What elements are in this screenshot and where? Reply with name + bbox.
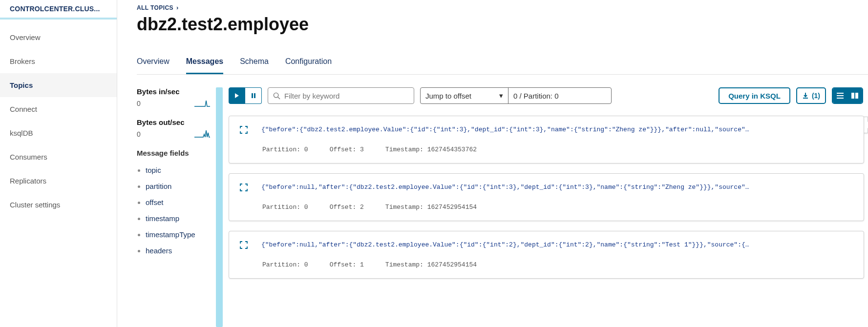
cluster-title[interactable]: CONTROLCENTER.CLUS...: [0, 0, 117, 18]
tabs: Overview Messages Schema Configuration: [137, 57, 868, 75]
svg-rect-7: [851, 93, 854, 99]
download-icon: [802, 92, 809, 99]
filter-input-wrap[interactable]: [268, 87, 414, 104]
message-json: {"before":{"dbz2.test2.employee.Value":{…: [261, 126, 853, 133]
bytes-in-sparkline-icon: [194, 98, 210, 107]
message-json: {"before":null,"after":{"dbz2.test2.empl…: [261, 241, 853, 248]
message-partition: Partition: 0: [262, 261, 308, 268]
bytes-in-stat: Bytes in/sec 0: [137, 87, 210, 107]
main-content: ALL TOPICS › dbz2.test2.employee Overvie…: [117, 0, 868, 327]
message-timestamp: Timestamp: 1627452954154: [385, 204, 477, 211]
breadcrumb[interactable]: ALL TOPICS ›: [137, 4, 868, 11]
bytes-out-label: Bytes out/sec: [137, 118, 210, 126]
messages-list[interactable]: {"before":{"dbz2.test2.employee.Value":{…: [229, 116, 868, 327]
sidebar-item-ksqldb[interactable]: ksqlDB: [0, 121, 117, 145]
message-partition: Partition: 0: [262, 146, 308, 153]
messages-column: Jump to offset ▾ 0 / Partition: 0 Query …: [229, 87, 868, 327]
field-headers[interactable]: headers: [137, 243, 210, 259]
svg-line-3: [278, 97, 280, 99]
message-fields-list: topic partition offset timestamp timesta…: [137, 162, 210, 259]
sidebar-item-consumers[interactable]: Consumers: [0, 145, 117, 169]
tab-messages[interactable]: Messages: [186, 57, 224, 74]
svg-rect-4: [837, 93, 844, 94]
expand-icon[interactable]: [240, 241, 248, 250]
view-toggle: [832, 87, 863, 104]
sidebar-item-brokers[interactable]: Brokers: [0, 49, 117, 73]
svg-point-2: [274, 93, 278, 97]
play-button[interactable]: [229, 87, 245, 104]
search-icon: [273, 92, 280, 100]
expand-icon[interactable]: [240, 184, 248, 193]
tab-schema[interactable]: Schema: [240, 57, 269, 74]
field-timestamp[interactable]: timestamp: [137, 210, 210, 226]
message-partition: Partition: 0: [262, 204, 308, 211]
message-card[interactable]: {"before":{"dbz2.test2.employee.Value":{…: [229, 116, 864, 164]
sidebar-item-topics[interactable]: Topics: [0, 73, 117, 97]
bytes-in-label: Bytes in/sec: [137, 87, 210, 96]
svg-rect-5: [837, 95, 844, 96]
messages-toolbar: Jump to offset ▾ 0 / Partition: 0 Query …: [229, 87, 868, 104]
cluster-underline: [0, 18, 117, 20]
list-icon: [837, 93, 844, 99]
sidebar-item-overview[interactable]: Overview: [0, 25, 117, 49]
sidebar-item-cluster-settings[interactable]: Cluster settings: [0, 193, 117, 217]
field-timestamptype[interactable]: timestampType: [137, 226, 210, 243]
message-fields-heading: Message fields: [137, 149, 210, 157]
filter-input[interactable]: [284, 92, 409, 100]
expand-icon[interactable]: [240, 126, 248, 135]
bytes-out-sparkline-icon: [194, 128, 210, 138]
page-title: dbz2.test2.employee: [137, 14, 868, 35]
sidebar: CONTROLCENTER.CLUS... Overview Brokers T…: [0, 0, 117, 327]
sidebar-item-connect[interactable]: Connect: [0, 97, 117, 121]
query-ksql-button[interactable]: Query in KSQL: [719, 87, 790, 104]
svg-rect-0: [252, 93, 253, 98]
svg-rect-6: [837, 98, 844, 99]
message-offset: Offset: 3: [330, 146, 364, 153]
sidebar-item-replicators[interactable]: Replicators: [0, 169, 117, 193]
pause-button[interactable]: [245, 87, 262, 104]
play-pause-group: [229, 87, 262, 104]
scroll-strip[interactable]: [216, 87, 223, 327]
message-card[interactable]: {"before":null,"after":{"dbz2.test2.empl…: [229, 173, 864, 221]
card-icon: [851, 93, 858, 99]
svg-rect-1: [254, 93, 255, 98]
partition-info[interactable]: 0 / Partition: 0: [508, 88, 611, 103]
breadcrumb-label: ALL TOPICS: [137, 4, 173, 11]
bytes-out-stat: Bytes out/sec 0: [137, 118, 210, 138]
field-offset[interactable]: offset: [137, 194, 210, 210]
bytes-in-value: 0: [137, 100, 141, 107]
field-partition[interactable]: partition: [137, 178, 210, 194]
sidebar-nav: Overview Brokers Topics Connect ksqlDB C…: [0, 25, 117, 217]
message-timestamp: Timestamp: 1627454353762: [385, 146, 477, 153]
offset-group: Jump to offset ▾ 0 / Partition: 0: [420, 87, 612, 104]
chevron-right-icon: ›: [176, 4, 179, 11]
jump-to-offset-dropdown[interactable]: Jump to offset ▾: [421, 88, 508, 103]
message-card[interactable]: {"before":null,"after":{"dbz2.test2.empl…: [229, 231, 864, 279]
tab-configuration[interactable]: Configuration: [285, 57, 332, 74]
stats-column: Bytes in/sec 0 Bytes out/sec 0 Message f…: [137, 87, 210, 327]
message-offset: Offset: 2: [330, 204, 364, 211]
tab-overview[interactable]: Overview: [137, 57, 169, 74]
message-json: {"before":null,"after":{"dbz2.test2.empl…: [261, 184, 853, 191]
list-view-button[interactable]: [833, 88, 847, 103]
download-count: (1): [812, 92, 820, 100]
message-timestamp: Timestamp: 1627452954154: [385, 261, 477, 268]
bytes-out-value: 0: [137, 130, 141, 138]
dropdown-label: Jump to offset: [425, 92, 471, 100]
play-icon: [234, 93, 240, 99]
svg-rect-8: [855, 93, 858, 99]
chevron-down-icon: ▾: [499, 91, 503, 100]
message-offset: Offset: 1: [330, 261, 364, 268]
field-topic[interactable]: topic: [137, 162, 210, 178]
pause-icon: [251, 93, 256, 99]
card-view-button[interactable]: [847, 88, 862, 103]
download-button[interactable]: (1): [796, 87, 826, 104]
